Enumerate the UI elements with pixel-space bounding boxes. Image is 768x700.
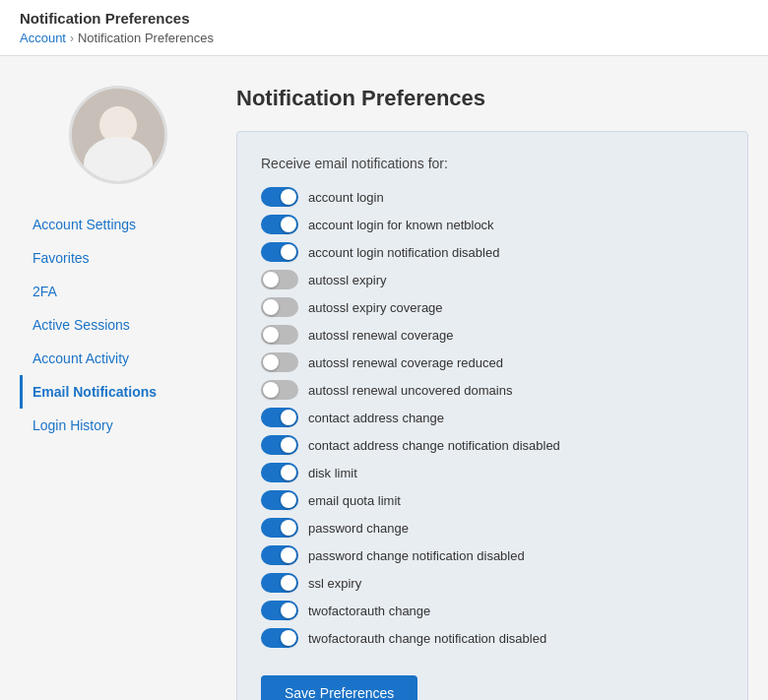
toggle-label: password change [308,521,409,536]
toggle-row: autossl renewal uncovered domains [261,380,724,400]
toggle-label: twofactorauth change notification disabl… [308,631,546,646]
toggle-label: contact address change notification disa… [308,438,560,453]
toggle-label: twofactorauth change [308,604,430,618]
toggle-row: password change [261,518,724,538]
toggle-switch-ssl-expiry[interactable] [261,573,298,593]
toggle-switch-disk-limit[interactable] [261,463,298,482]
toggle-label: autossl renewal coverage reduced [308,355,503,370]
sidebar-nav-item-account-activity[interactable]: Account Activity [20,342,217,375]
breadcrumb-account-link[interactable]: Account [20,31,66,45]
toggle-row: account login notification disabled [261,242,724,262]
toggle-label: account login notification disabled [308,245,499,260]
toggle-label: disk limit [308,466,357,480]
toggle-switch-autossl-expiry-coverage[interactable] [261,297,298,317]
toggle-switch-account-login[interactable] [261,187,298,207]
toggle-thumb [281,465,296,480]
toggle-label: contact address change [308,411,444,425]
toggle-thumb [281,630,296,646]
toggle-label: password change notification disabled [308,548,525,563]
toggle-switch-autossl-renewal-uncovered-domains[interactable] [261,380,298,400]
toggle-switch-password-change[interactable] [261,518,298,538]
toggle-label: account login [308,190,384,205]
toggle-label: autossl expiry [308,273,386,287]
toggle-row: password change notification disabled [261,545,724,565]
toggle-row: autossl expiry [261,270,724,289]
save-preferences-button[interactable]: Save Preferences [261,675,417,700]
toggle-row: autossl renewal coverage [261,325,724,345]
prefs-card: Receive email notifications for: account… [236,131,748,700]
toggle-switch-account-login-for-known-netblock[interactable] [261,215,298,234]
toggles-container: account loginaccount login for known net… [261,187,724,648]
main-content: Notification Preferences Receive email n… [236,86,748,700]
toggle-switch-account-login-notification-disabled[interactable] [261,242,298,262]
avatar [69,86,167,184]
sidebar-nav: Account SettingsFavorites2FAActive Sessi… [20,208,217,442]
page-title: Notification Preferences [236,86,748,111]
toggle-thumb [281,410,296,425]
toggle-row: ssl expiry [261,573,724,593]
toggle-thumb [281,217,296,232]
toggle-switch-twofactorauth-change[interactable] [261,601,298,620]
toggle-switch-autossl-expiry[interactable] [261,270,298,289]
prefs-section-label: Receive email notifications for: [261,156,724,171]
toggle-label: email quota limit [308,493,401,508]
toggle-row: contact address change notification disa… [261,435,724,455]
toggle-row: account login for known netblock [261,215,724,234]
breadcrumb-separator: › [70,32,74,45]
toggle-thumb [281,603,296,618]
toggle-switch-twofactorauth-change-notification-disabled[interactable] [261,628,298,648]
sidebar-nav-item-email-notifications[interactable]: Email Notifications [20,375,217,409]
toggle-row: twofactorauth change [261,601,724,620]
toggle-row: disk limit [261,463,724,482]
toggle-switch-contact-address-change[interactable] [261,408,298,427]
toggle-thumb [281,575,296,591]
toggle-thumb [281,437,296,453]
breadcrumb-current: Notification Preferences [78,31,214,45]
toggle-row: email quota limit [261,490,724,510]
toggle-label: autossl renewal coverage [308,328,453,343]
header-title: Notification Preferences [20,10,748,27]
sidebar-nav-item-login-history[interactable]: Login History [20,409,217,442]
toggle-switch-autossl-renewal-coverage[interactable] [261,325,298,345]
toggle-thumb [281,547,296,563]
toggle-row: contact address change [261,408,724,427]
toggle-row: twofactorauth change notification disabl… [261,628,724,648]
sidebar: Account SettingsFavorites2FAActive Sessi… [20,86,217,700]
toggle-thumb [263,382,279,398]
header: Notification Preferences Account › Notif… [0,0,768,56]
toggle-thumb [263,327,279,343]
toggle-row: account login [261,187,724,207]
toggle-switch-contact-address-change-notification-disabled[interactable] [261,435,298,455]
sidebar-nav-item-2fa[interactable]: 2FA [20,275,217,308]
toggle-thumb [281,244,296,260]
sidebar-nav-item-favorites[interactable]: Favorites [20,241,217,275]
toggle-label: ssl expiry [308,576,361,591]
toggle-label: autossl renewal uncovered domains [308,383,512,398]
toggle-label: autossl expiry coverage [308,300,443,315]
toggle-thumb [281,520,296,536]
toggle-thumb [281,492,296,508]
toggle-label: account login for known netblock [308,218,494,232]
toggle-thumb [263,354,279,370]
toggle-thumb [263,299,279,315]
toggle-row: autossl expiry coverage [261,297,724,317]
toggle-switch-autossl-renewal-coverage-reduced[interactable] [261,352,298,372]
sidebar-nav-item-account-settings[interactable]: Account Settings [20,208,217,241]
toggle-thumb [263,272,279,287]
breadcrumb: Account › Notification Preferences [20,31,748,45]
main-layout: Account SettingsFavorites2FAActive Sessi… [0,56,768,700]
toggle-thumb [281,189,296,205]
sidebar-nav-item-active-sessions[interactable]: Active Sessions [20,308,217,342]
toggle-row: autossl renewal coverage reduced [261,352,724,372]
toggle-switch-email-quota-limit[interactable] [261,490,298,510]
toggle-switch-password-change-notification-disabled[interactable] [261,545,298,565]
avatar-image [72,89,164,181]
